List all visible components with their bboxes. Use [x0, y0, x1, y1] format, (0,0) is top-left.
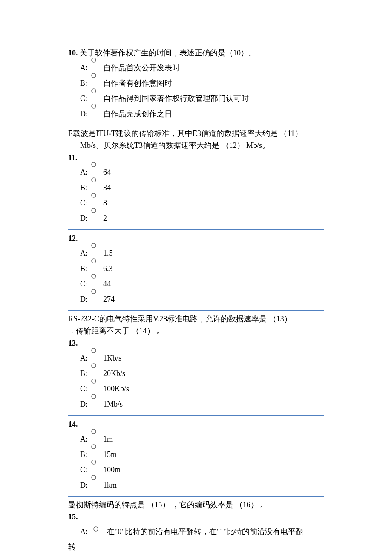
q10-option-a[interactable]: A: 自作品首次公开发表时: [68, 60, 324, 75]
q12-option-a[interactable]: A: 1.5: [68, 246, 324, 261]
svg-point-9: [92, 259, 96, 263]
q12-option-a-text: 1.5: [96, 246, 113, 261]
svg-point-16: [92, 429, 96, 434]
q15-option-a-text: 在"0"比特的前沿有电平翻转，在"1"比特的前沿没有电平翻: [100, 527, 303, 536]
q13-option-d[interactable]: D: 1Mb/s: [68, 396, 324, 412]
svg-point-19: [92, 475, 96, 480]
svg-point-15: [92, 394, 96, 399]
radio-icon[interactable]: [91, 193, 96, 198]
option-label-d: D:: [80, 396, 92, 412]
q10-number: 10.: [68, 49, 78, 57]
section-divider: [68, 229, 324, 230]
svg-point-4: [92, 162, 96, 167]
radio-icon[interactable]: [91, 475, 96, 480]
group-13-14-intro-line1: RS-232-C的电气特性采用V.28标准电路，允许的数据速率是 （13）: [68, 315, 292, 323]
option-label-b: B:: [80, 180, 92, 195]
option-label-d: D:: [80, 106, 92, 121]
option-label-d: D:: [80, 292, 92, 307]
question-14: 14. A: 1m B: 15m C: 100m D: 1km: [68, 418, 324, 493]
option-label-d: D:: [80, 211, 92, 226]
q14-option-d-text: 1km: [96, 477, 117, 493]
q10-option-b-text: 自作者有创作意图时: [96, 75, 172, 91]
section-divider: [68, 496, 324, 497]
q10-option-c[interactable]: C: 自作品得到国家著作权行政管理部门认可时: [68, 91, 324, 106]
radio-icon[interactable]: [91, 274, 96, 279]
q13-option-b[interactable]: B: 20Kb/s: [68, 366, 324, 381]
radio-icon[interactable]: [91, 363, 96, 368]
question-10: 10. 关于软件著作权产生的时间，表述正确的是（10）。 A: 自作品首次公开发…: [68, 47, 324, 121]
section-divider: [68, 125, 324, 125]
svg-point-14: [92, 379, 96, 383]
q14-option-a-text: 1m: [96, 431, 113, 447]
option-label-b: B:: [80, 447, 92, 462]
q11-option-b[interactable]: B: 34: [68, 180, 324, 195]
group-15-intro: 曼彻斯特编码的特点是 （15） ，它的编码效率是 （16） 。: [68, 499, 324, 511]
radio-icon[interactable]: [91, 208, 96, 213]
q11-option-d[interactable]: D: 2: [68, 211, 324, 226]
option-label-a: A:: [80, 350, 92, 366]
svg-point-10: [92, 274, 96, 278]
q12-option-d[interactable]: D: 274: [68, 292, 324, 307]
q11-option-a[interactable]: A: 64: [68, 165, 324, 180]
radio-icon[interactable]: [93, 526, 98, 532]
option-label-b: B:: [80, 75, 92, 91]
svg-point-6: [92, 193, 96, 197]
q10-prompt: 关于软件著作权产生的时间，表述正确的是（10）。: [78, 49, 257, 57]
q13-option-a[interactable]: A: 1Kb/s: [68, 350, 324, 366]
q11-option-d-text: 2: [96, 211, 107, 226]
option-label-d: D:: [80, 477, 92, 493]
q13-option-d-text: 1Mb/s: [96, 396, 123, 412]
q15-option-a-text-cont: 转: [68, 543, 76, 551]
option-label-c: C:: [80, 91, 92, 106]
radio-icon[interactable]: [91, 379, 96, 384]
radio-icon[interactable]: [91, 88, 96, 93]
radio-icon[interactable]: [91, 162, 96, 167]
radio-icon[interactable]: [91, 243, 96, 248]
q14-option-b[interactable]: B: 15m: [68, 447, 324, 462]
radio-icon[interactable]: [91, 177, 96, 182]
q13-option-c[interactable]: C: 100Kb/s: [68, 381, 324, 396]
q15-option-a[interactable]: A: 在"0"比特的前沿有电平翻转，在"1"比特的前沿没有电平翻 转: [68, 524, 324, 555]
q11-option-c-text: 8: [96, 195, 107, 211]
q14-option-c[interactable]: C: 100m: [68, 462, 324, 477]
svg-point-5: [92, 178, 96, 182]
radio-icon[interactable]: [91, 429, 96, 434]
radio-icon[interactable]: [91, 394, 96, 399]
radio-icon[interactable]: [91, 444, 96, 449]
radio-icon[interactable]: [91, 104, 96, 109]
option-label-b: B:: [80, 261, 92, 276]
svg-point-1: [92, 73, 96, 78]
radio-icon[interactable]: [91, 348, 96, 353]
svg-point-2: [92, 89, 96, 93]
option-label-a: A:: [80, 165, 92, 180]
option-label-c: C:: [80, 462, 92, 477]
svg-point-17: [92, 445, 96, 449]
radio-icon[interactable]: [91, 460, 96, 465]
q10-option-b[interactable]: B: 自作者有创作意图时: [68, 75, 324, 91]
group-13-14-intro-line2: ，传输距离不大于 （14） 。: [68, 327, 164, 335]
q13-option-b-text: 20Kb/s: [96, 366, 125, 381]
radio-icon[interactable]: [91, 289, 96, 294]
radio-icon[interactable]: [91, 258, 96, 263]
q10-option-d[interactable]: D: 自作品完成创作之日: [68, 106, 324, 121]
q14-option-d[interactable]: D: 1km: [68, 477, 324, 493]
group-11-12-intro: E载波是ITU-T建议的传输标准，其中E3信道的数据速率大约是 （11） Mb/…: [68, 128, 324, 152]
q11-option-b-text: 34: [96, 180, 111, 195]
question-11: 11. A: 64 B: 34 C: 8 D: 2: [68, 152, 324, 226]
group-11-12-intro-line1: E载波是ITU-T建议的传输标准，其中E3信道的数据速率大约是 （11）: [68, 129, 303, 138]
q12-option-c[interactable]: C: 44: [68, 276, 324, 292]
option-label-a: A:: [80, 246, 92, 261]
option-label-c: C:: [80, 195, 92, 211]
q11-option-a-text: 64: [96, 165, 111, 180]
svg-point-13: [92, 364, 96, 368]
q12-option-b[interactable]: B: 6.3: [68, 261, 324, 276]
svg-point-3: [92, 104, 96, 108]
svg-point-11: [92, 289, 96, 294]
section-divider: [68, 415, 324, 416]
group-11-12-intro-line2: Mb/s。贝尔系统T3信道的数据速率大约是 （12） Mb/s。: [68, 140, 324, 152]
q11-option-c[interactable]: C: 8: [68, 195, 324, 211]
radio-icon[interactable]: [91, 73, 96, 78]
radio-icon[interactable]: [91, 58, 96, 63]
question-15: 15. A: 在"0"比特的前沿有电平翻转，在"1"比特的前沿没有电平翻 转: [68, 511, 324, 555]
q14-option-a[interactable]: A: 1m: [68, 431, 324, 447]
